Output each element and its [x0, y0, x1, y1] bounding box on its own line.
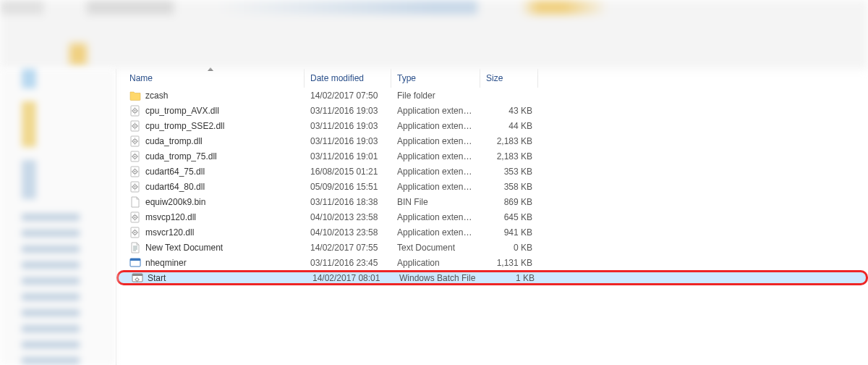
file-name-label: cudart64_80.dll [145, 182, 205, 192]
file-name-label: equiw200k9.bin [145, 197, 205, 207]
file-date-cell: 04/10/2013 23:58 [305, 227, 391, 238]
file-row[interactable]: msvcp120.dll04/10/2013 23:58Application … [116, 209, 868, 225]
file-row[interactable]: msvcr120.dll04/10/2013 23:58Application … [116, 225, 868, 240]
blank-icon [129, 196, 141, 208]
file-size-cell: 43 KB [480, 106, 538, 116]
file-type-cell: Application extens... [391, 167, 480, 177]
file-size-cell: 2,183 KB [480, 151, 538, 161]
text-icon [129, 242, 141, 253]
file-name-label: zcash [145, 91, 168, 101]
column-header-date-label: Date modified [310, 73, 364, 83]
file-row[interactable]: equiw200k9.bin03/11/2016 18:38BIN File86… [116, 194, 868, 209]
file-size-cell: 2,183 KB [480, 136, 538, 146]
file-size-cell: 1,131 KB [480, 258, 538, 268]
file-size-cell: 645 KB [480, 212, 538, 222]
file-row[interactable]: cudart64_80.dll05/09/2016 15:51Applicati… [116, 179, 868, 194]
file-name-cell: cpu_tromp_AVX.dll [116, 105, 305, 117]
file-size-cell: 869 KB [480, 197, 538, 207]
file-type-cell: Windows Batch File [393, 273, 482, 283]
file-type-cell: Application extens... [391, 151, 480, 161]
file-date-cell: 03/11/2016 19:03 [305, 136, 391, 146]
dll-icon [129, 227, 141, 238]
column-header-type-label: Type [397, 73, 416, 83]
file-name-label: msvcp120.dll [145, 212, 196, 222]
file-name-cell: msvcp120.dll [116, 211, 305, 223]
svg-rect-27 [132, 274, 142, 276]
file-size-cell: 353 KB [480, 167, 538, 177]
column-header-size[interactable]: Size [480, 69, 538, 88]
dll-icon [129, 105, 141, 117]
file-size-cell: 44 KB [480, 121, 538, 131]
file-size-cell: 1 KB [482, 273, 540, 283]
file-type-cell: Application extens... [391, 182, 480, 192]
file-date-cell: 03/11/2016 23:45 [305, 258, 391, 268]
file-row[interactable]: cuda_tromp.dll03/11/2016 19:03Applicatio… [116, 133, 868, 148]
column-header-name[interactable]: Name [116, 69, 305, 88]
file-row[interactable]: cuda_tromp_75.dll03/11/2016 19:01Applica… [116, 148, 868, 164]
folder-icon [129, 90, 141, 101]
file-row[interactable]: zcash14/02/2017 07:50File folder [116, 88, 868, 103]
file-row[interactable]: nheqminer03/11/2016 23:45Application1,13… [116, 255, 868, 270]
column-header-date[interactable]: Date modified [305, 69, 391, 88]
file-name-cell: cudart64_80.dll [116, 181, 305, 193]
file-name-cell: Start [119, 272, 307, 284]
svg-point-8 [135, 140, 136, 142]
file-size-cell: 358 KB [480, 182, 538, 192]
file-name-label: Start [148, 273, 166, 283]
file-name-label: cpu_tromp_AVX.dll [145, 106, 219, 116]
svg-rect-25 [130, 259, 140, 261]
file-name-cell: msvcr120.dll [116, 227, 305, 238]
column-header-size-label: Size [486, 73, 503, 83]
bat-icon [132, 272, 143, 284]
dll-icon [129, 166, 141, 177]
file-row[interactable]: Start14/02/2017 08:01Windows Batch File1… [116, 270, 868, 285]
file-list-pane: Name Date modified Type Size zcash14/02/… [116, 69, 868, 365]
file-date-cell: 16/08/2015 01:21 [305, 167, 391, 177]
file-name-cell: equiw200k9.bin [116, 196, 305, 208]
column-header-name-label: Name [129, 73, 153, 83]
svg-point-2 [135, 110, 136, 112]
file-name-cell: zcash [116, 90, 305, 101]
svg-point-28 [136, 278, 139, 281]
file-type-cell: File folder [391, 91, 480, 101]
file-name-cell: cuda_tromp_75.dll [116, 151, 305, 162]
svg-point-20 [135, 217, 136, 218]
svg-rect-26 [132, 274, 142, 282]
file-size-cell: 0 KB [480, 243, 538, 253]
svg-point-11 [135, 156, 136, 157]
dll-icon [129, 181, 141, 193]
file-size-cell: 941 KB [480, 227, 538, 238]
file-row[interactable]: cpu_tromp_AVX.dll03/11/2016 19:03Applica… [116, 103, 868, 118]
blurred-sidebar-region [0, 69, 116, 365]
file-name-cell: New Text Document [116, 242, 305, 253]
file-type-cell: BIN File [391, 197, 480, 207]
file-date-cell: 03/11/2016 19:01 [305, 151, 391, 161]
file-name-cell: cudart64_75.dll [116, 166, 305, 177]
file-name-cell: nheqminer [116, 257, 305, 269]
file-name-label: cpu_tromp_SSE2.dll [145, 121, 224, 131]
file-name-label: nheqminer [145, 258, 187, 268]
file-type-cell: Application extens... [391, 212, 480, 222]
file-name-cell: cuda_tromp.dll [116, 135, 305, 147]
dll-icon [129, 151, 141, 162]
file-date-cell: 03/11/2016 19:03 [305, 106, 391, 116]
column-header-row: Name Date modified Type Size [116, 69, 868, 88]
file-name-label: msvcr120.dll [145, 227, 194, 238]
file-date-cell: 04/10/2013 23:58 [305, 212, 391, 222]
svg-point-5 [135, 125, 136, 127]
file-name-label: New Text Document [145, 243, 223, 253]
svg-point-23 [135, 232, 136, 233]
file-date-cell: 14/02/2017 08:01 [307, 273, 393, 283]
file-row[interactable]: cudart64_75.dll16/08/2015 01:21Applicati… [116, 164, 868, 179]
column-header-type[interactable]: Type [391, 69, 480, 88]
file-date-cell: 03/11/2016 19:03 [305, 121, 391, 131]
svg-point-17 [135, 186, 136, 188]
dll-icon [129, 135, 141, 147]
file-type-cell: Application extens... [391, 121, 480, 131]
file-type-cell: Application [391, 258, 480, 268]
file-row[interactable]: cpu_tromp_SSE2.dll03/11/2016 19:03Applic… [116, 118, 868, 133]
dll-icon [129, 120, 141, 132]
file-name-label: cuda_tromp_75.dll [145, 151, 217, 161]
file-type-cell: Application extens... [391, 136, 480, 146]
file-row[interactable]: New Text Document14/02/2017 07:55Text Do… [116, 240, 868, 255]
